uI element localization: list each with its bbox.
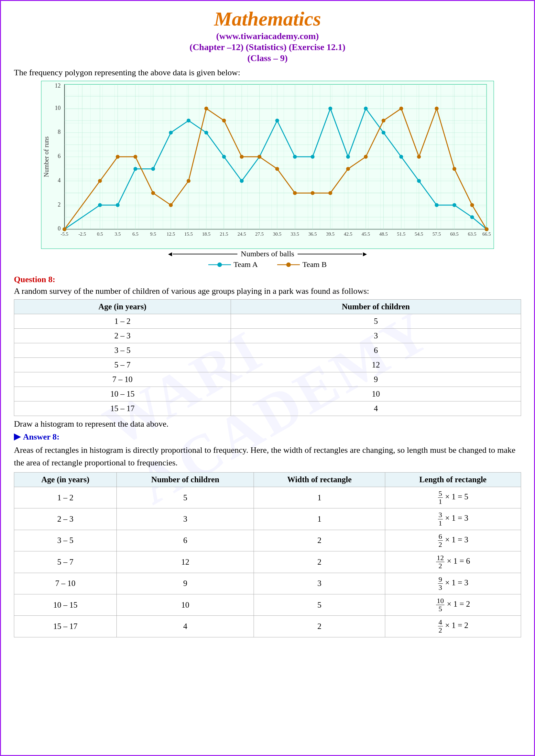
- svg-point-118: [435, 107, 438, 111]
- table-cell-width: 1: [254, 508, 385, 530]
- fraction: 93: [438, 576, 443, 591]
- q8-col2-header: Number of children: [231, 300, 521, 314]
- question8-instruction: Draw a histogram to represent the data a…: [14, 419, 521, 429]
- answer8-table: Age (in years) Number of children Width …: [14, 472, 521, 637]
- svg-point-116: [399, 107, 403, 111]
- table-row: 5 – 7122122 × 1 = 6: [14, 552, 521, 573]
- table-cell-width: 5: [254, 594, 385, 615]
- svg-text:-5.5: -5.5: [61, 231, 69, 237]
- svg-point-109: [275, 167, 279, 171]
- page-title: Mathematics: [14, 8, 521, 30]
- svg-point-78: [151, 167, 155, 171]
- svg-point-107: [240, 155, 243, 159]
- table-cell-children: 6: [116, 530, 254, 551]
- svg-point-123: [217, 262, 222, 267]
- table-cell-length: 62 × 1 = 3: [385, 530, 521, 551]
- table-cell: 10 – 15: [14, 387, 231, 401]
- x-axis-label-text: Numbers of balls: [241, 250, 294, 258]
- q8-col1-header: Age (in years): [14, 300, 231, 314]
- table-row: 2 – 33: [14, 329, 521, 343]
- table-row: 3 – 56262 × 1 = 3: [14, 530, 521, 551]
- svg-text:18.5: 18.5: [202, 231, 211, 237]
- subtitle-chapter: (Chapter –12) (Statistics) (Exercise 12.…: [14, 42, 521, 52]
- table-cell-children: 12: [116, 552, 254, 573]
- svg-point-100: [116, 155, 120, 159]
- svg-text:66.5: 66.5: [482, 231, 491, 237]
- svg-text:45.5: 45.5: [362, 231, 370, 237]
- svg-text:33.5: 33.5: [291, 231, 299, 237]
- svg-point-111: [311, 191, 314, 195]
- page-header: Mathematics (www.tiwariacademy.com) (Cha…: [14, 8, 521, 63]
- table-cell-age: 3 – 5: [14, 530, 117, 551]
- question8-text: A random survey of the number of childre…: [14, 286, 521, 296]
- svg-text:36.5: 36.5: [308, 231, 317, 237]
- chart-legend: Team A Team B: [41, 260, 494, 269]
- question8-table: Age (in years) Number of children 1 – 25…: [14, 299, 521, 416]
- svg-point-121: [485, 227, 489, 231]
- svg-point-96: [470, 215, 474, 219]
- svg-text:3.5: 3.5: [115, 231, 121, 237]
- svg-point-93: [417, 179, 421, 183]
- table-row: 15 – 174242 × 1 = 2: [14, 616, 521, 637]
- svg-text:42.5: 42.5: [344, 231, 352, 237]
- x-axis-arrow-left: [173, 254, 238, 255]
- a8-col3-header: Width of rectangle: [254, 472, 385, 487]
- table-cell-length: 31 × 1 = 3: [385, 508, 521, 530]
- table-cell: 5 – 7: [14, 358, 231, 372]
- svg-text:60.5: 60.5: [450, 231, 459, 237]
- table-cell: 12: [231, 358, 521, 372]
- a8-col4-header: Length of rectangle: [385, 472, 521, 487]
- fraction: 62: [438, 533, 443, 549]
- table-cell-children: 3: [116, 508, 254, 530]
- svg-point-89: [346, 155, 350, 159]
- table-cell-age: 15 – 17: [14, 616, 117, 637]
- svg-point-85: [275, 119, 279, 122]
- svg-text:15.5: 15.5: [184, 231, 193, 237]
- legend-team-b-label: Team B: [302, 260, 327, 269]
- svg-text:Number of runs: Number of runs: [43, 136, 50, 177]
- table-row: 1 – 25: [14, 314, 521, 329]
- svg-text:8: 8: [58, 129, 61, 135]
- svg-point-119: [453, 167, 456, 171]
- table-cell: 5: [231, 314, 521, 329]
- table-cell-age: 5 – 7: [14, 552, 117, 573]
- svg-point-99: [98, 179, 102, 183]
- fraction: 31: [438, 511, 443, 527]
- table-row: 10 – 1510: [14, 387, 521, 401]
- table-cell-children: 5: [116, 487, 254, 508]
- svg-point-114: [364, 155, 368, 159]
- table-cell: 7 – 10: [14, 372, 231, 387]
- svg-point-98: [62, 227, 66, 231]
- svg-point-81: [205, 131, 208, 134]
- table-cell-age: 2 – 3: [14, 508, 117, 530]
- svg-text:48.5: 48.5: [380, 231, 388, 237]
- svg-text:24.5: 24.5: [238, 231, 246, 237]
- svg-point-105: [205, 107, 208, 111]
- svg-text:51.5: 51.5: [397, 231, 405, 237]
- legend-team-a-icon: [208, 261, 231, 268]
- table-row: 5 – 712: [14, 358, 521, 372]
- svg-text:21.5: 21.5: [220, 231, 228, 237]
- svg-text:2: 2: [58, 202, 61, 208]
- svg-point-115: [382, 119, 385, 122]
- table-cell: 3: [231, 329, 521, 343]
- svg-point-80: [187, 119, 190, 122]
- legend-team-b-icon: [277, 261, 300, 268]
- svg-text:-2.5: -2.5: [78, 231, 86, 237]
- svg-text:63.5: 63.5: [468, 231, 476, 237]
- table-cell-width: 2: [254, 552, 385, 573]
- table-row: 7 – 109: [14, 372, 521, 387]
- fraction: 122: [436, 554, 444, 570]
- table-cell: 2 – 3: [14, 329, 231, 343]
- table-cell: 10: [231, 387, 521, 401]
- answer8-label: Answer 8:: [14, 432, 521, 442]
- table-row: 1 – 25151 × 1 = 5: [14, 487, 521, 508]
- table-row: 10 – 15105105 × 1 = 2: [14, 594, 521, 615]
- question8-label: Question 8:: [14, 275, 521, 284]
- svg-point-79: [169, 131, 173, 134]
- table-cell: 15 – 17: [14, 401, 231, 416]
- a8-col2-header: Number of children: [116, 472, 254, 487]
- fraction: 51: [438, 490, 443, 505]
- svg-point-87: [311, 155, 314, 159]
- svg-text:6: 6: [58, 153, 61, 159]
